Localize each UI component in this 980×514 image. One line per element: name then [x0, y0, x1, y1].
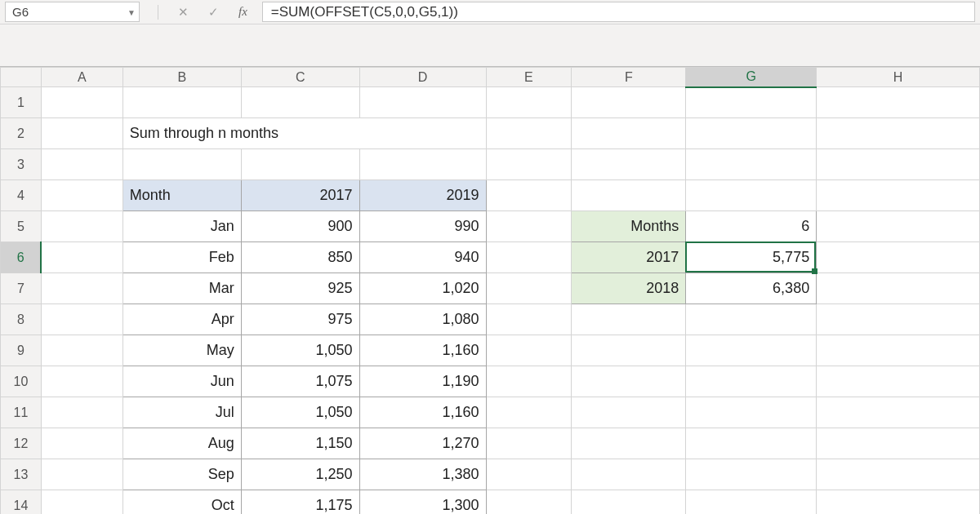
- cell-F6[interactable]: 2017: [572, 242, 686, 273]
- row-header-13[interactable]: 13: [1, 459, 42, 490]
- cell-A5[interactable]: [41, 211, 122, 242]
- row-header-1[interactable]: 1: [1, 87, 42, 118]
- col-header-D[interactable]: D: [359, 68, 486, 87]
- cell-G14[interactable]: [686, 490, 817, 515]
- col-header-B[interactable]: B: [122, 68, 241, 87]
- cell-B4[interactable]: Month: [122, 180, 241, 211]
- cell-D10[interactable]: 1,190: [359, 366, 486, 397]
- cell-B11[interactable]: Jul: [122, 397, 241, 428]
- cell-A12[interactable]: [41, 428, 122, 459]
- cell-C8[interactable]: 975: [241, 304, 359, 335]
- row-header-14[interactable]: 14: [1, 490, 42, 515]
- cell-A2[interactable]: [41, 118, 122, 149]
- cell-G3[interactable]: [686, 149, 817, 180]
- cell-F4[interactable]: [572, 180, 686, 211]
- col-header-E[interactable]: E: [486, 68, 572, 87]
- cell-E13[interactable]: [486, 459, 572, 490]
- row-header-9[interactable]: 9: [1, 335, 42, 366]
- cell-A7[interactable]: [41, 273, 122, 304]
- row-header-8[interactable]: 8: [1, 304, 42, 335]
- cell-E8[interactable]: [486, 304, 572, 335]
- cell-D9[interactable]: 1,160: [359, 335, 486, 366]
- cell-C12[interactable]: 1,150: [241, 428, 359, 459]
- cell-D13[interactable]: 1,380: [359, 459, 486, 490]
- cell-H12[interactable]: [817, 428, 980, 459]
- cell-G5[interactable]: 6: [686, 211, 817, 242]
- cell-B13[interactable]: Sep: [122, 459, 241, 490]
- cancel-icon[interactable]: ✕: [178, 5, 189, 20]
- row-header-3[interactable]: 3: [1, 149, 42, 180]
- cell-F1[interactable]: [572, 87, 686, 118]
- cell-A9[interactable]: [41, 335, 122, 366]
- cell-G12[interactable]: [686, 428, 817, 459]
- cell-H14[interactable]: [817, 490, 980, 515]
- cell-E5[interactable]: [486, 211, 572, 242]
- cell-H6[interactable]: [817, 242, 980, 273]
- cell-C10[interactable]: 1,075: [241, 366, 359, 397]
- row-header-10[interactable]: 10: [1, 366, 42, 397]
- cell-D8[interactable]: 1,080: [359, 304, 486, 335]
- cell-F7[interactable]: 2018: [572, 273, 686, 304]
- cell-G2[interactable]: [686, 118, 817, 149]
- cell-A14[interactable]: [41, 490, 122, 515]
- cell-G9[interactable]: [686, 335, 817, 366]
- cell-F8[interactable]: [572, 304, 686, 335]
- cell-F2[interactable]: [572, 118, 686, 149]
- cell-D12[interactable]: 1,270: [359, 428, 486, 459]
- cell-A11[interactable]: [41, 397, 122, 428]
- spreadsheet-grid[interactable]: A B C D E F G H 1: [0, 67, 980, 514]
- cell-H9[interactable]: [817, 335, 980, 366]
- cell-A1[interactable]: [41, 87, 122, 118]
- cell-G10[interactable]: [686, 366, 817, 397]
- cell-E14[interactable]: [486, 490, 572, 515]
- cell-C7[interactable]: 925: [241, 273, 359, 304]
- cell-B5[interactable]: Jan: [122, 211, 241, 242]
- cell-E2[interactable]: [486, 118, 572, 149]
- cell-G7[interactable]: 6,380: [686, 273, 817, 304]
- name-box-dropdown-icon[interactable]: ▼: [127, 7, 136, 16]
- cell-B14[interactable]: Oct: [122, 490, 241, 515]
- cell-D14[interactable]: 1,300: [359, 490, 486, 515]
- cell-H2[interactable]: [817, 118, 980, 149]
- cell-F13[interactable]: [572, 459, 686, 490]
- cell-E1[interactable]: [486, 87, 572, 118]
- cell-D3[interactable]: [359, 149, 486, 180]
- row-header-12[interactable]: 12: [1, 428, 42, 459]
- cell-B10[interactable]: Jun: [122, 366, 241, 397]
- cell-D1[interactable]: [359, 87, 486, 118]
- cell-E7[interactable]: [486, 273, 572, 304]
- cell-E12[interactable]: [486, 428, 572, 459]
- col-header-A[interactable]: A: [41, 68, 122, 87]
- sheet-table[interactable]: A B C D E F G H 1: [0, 67, 980, 514]
- cell-D4[interactable]: 2019: [359, 180, 486, 211]
- cell-C3[interactable]: [241, 149, 359, 180]
- cell-G1[interactable]: [686, 87, 817, 118]
- cell-E3[interactable]: [486, 149, 572, 180]
- cell-H1[interactable]: [817, 87, 980, 118]
- cell-D5[interactable]: 990: [359, 211, 486, 242]
- cell-F11[interactable]: [572, 397, 686, 428]
- row-header-2[interactable]: 2: [1, 118, 42, 149]
- row-header-6[interactable]: 6: [1, 242, 42, 273]
- cell-B1[interactable]: [122, 87, 241, 118]
- cell-H4[interactable]: [817, 180, 980, 211]
- cell-F14[interactable]: [572, 490, 686, 515]
- cell-F9[interactable]: [572, 335, 686, 366]
- cell-E10[interactable]: [486, 366, 572, 397]
- col-header-H[interactable]: H: [817, 68, 980, 87]
- row-header-7[interactable]: 7: [1, 273, 42, 304]
- cell-G4[interactable]: [686, 180, 817, 211]
- cell-H13[interactable]: [817, 459, 980, 490]
- row-header-5[interactable]: 5: [1, 211, 42, 242]
- cell-H10[interactable]: [817, 366, 980, 397]
- cell-B3[interactable]: [122, 149, 241, 180]
- cell-D6[interactable]: 940: [359, 242, 486, 273]
- cell-C1[interactable]: [241, 87, 359, 118]
- row-header-4[interactable]: 4: [1, 180, 42, 211]
- cell-E6[interactable]: [486, 242, 572, 273]
- cell-H5[interactable]: [817, 211, 980, 242]
- cell-C14[interactable]: 1,175: [241, 490, 359, 515]
- cell-E11[interactable]: [486, 397, 572, 428]
- cell-A10[interactable]: [41, 366, 122, 397]
- fx-icon[interactable]: fx: [238, 5, 247, 19]
